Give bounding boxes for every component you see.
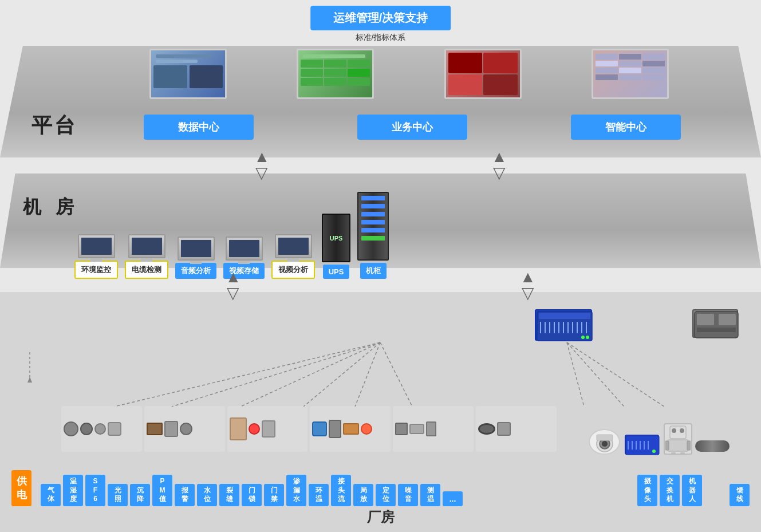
svg-rect-57 bbox=[665, 441, 669, 450]
btn-smart-center[interactable]: 智能中心 bbox=[571, 115, 681, 140]
svg-rect-53 bbox=[670, 426, 686, 439]
svg-rect-58 bbox=[687, 441, 691, 450]
svg-line-15 bbox=[355, 342, 380, 407]
svg-point-43 bbox=[602, 441, 608, 447]
screen-inner-1 bbox=[151, 50, 225, 97]
factory-area: 电力 采集器数据 网络数据 5G bbox=[0, 292, 761, 532]
label-door-access: 门禁 bbox=[264, 484, 284, 506]
svg-rect-38 bbox=[697, 314, 714, 325]
svg-point-52 bbox=[652, 450, 656, 453]
sensor-devices-area bbox=[60, 403, 558, 455]
feeder-icon bbox=[695, 440, 730, 452]
sensor-icon-4c bbox=[343, 423, 359, 435]
computer-icon-cable bbox=[128, 234, 165, 258]
computer-icon-env bbox=[78, 234, 115, 258]
feeder-line-item bbox=[695, 440, 730, 452]
sensor-icon-5c bbox=[426, 421, 436, 436]
sensor-group-4 bbox=[310, 406, 391, 452]
down-arrow-2: ▽ bbox=[493, 165, 506, 181]
svg-line-13 bbox=[240, 342, 380, 407]
label-leak: 渗漏水 bbox=[286, 475, 306, 506]
svg-point-35 bbox=[586, 336, 589, 339]
screenshots-row bbox=[115, 49, 704, 99]
screenshot-1 bbox=[149, 49, 227, 99]
label-crack: 裂缝 bbox=[219, 484, 239, 506]
machine-item-rack: 机柜 bbox=[357, 192, 389, 279]
camera-icon bbox=[589, 429, 620, 455]
up-arrow-2: ▲ bbox=[491, 149, 507, 165]
sensor-group-2 bbox=[144, 406, 225, 452]
screen-inner-4 bbox=[593, 50, 667, 97]
machine-room-label: 机 房 bbox=[23, 195, 78, 220]
up-arrow-3: ▲ bbox=[225, 269, 241, 285]
switch-icon bbox=[625, 435, 659, 455]
btn-data-center[interactable]: 数据中心 bbox=[144, 115, 254, 140]
sensor-icon-4a bbox=[312, 421, 327, 436]
btn-business-center[interactable]: 业务中心 bbox=[357, 115, 467, 140]
up-arrow-1: ▲ bbox=[254, 149, 270, 165]
label-positioning: 定位 bbox=[376, 484, 396, 506]
down-arrow-3: ▽ bbox=[227, 285, 239, 301]
network-switch-device bbox=[535, 309, 592, 341]
sensor-icon-2c bbox=[180, 423, 192, 435]
platform-label: 平台 bbox=[31, 112, 77, 140]
sensor-group-3 bbox=[227, 406, 308, 452]
arrow-1: ▲ ▽ bbox=[254, 149, 270, 181]
sensor-icon-2b bbox=[164, 421, 178, 437]
label-feeder: 馈线 bbox=[730, 484, 750, 506]
arrows-row2: ▲ ▽ ▲ ▽ bbox=[0, 269, 761, 301]
label-camera: 摄像头 bbox=[637, 475, 657, 506]
svg-rect-40 bbox=[697, 328, 736, 332]
label-supply: 供电 bbox=[11, 470, 31, 506]
sensor-icon-2a bbox=[147, 423, 163, 435]
sensor-icon-4d bbox=[361, 423, 372, 435]
label-sf6: SF6 bbox=[85, 475, 105, 506]
svg-line-12 bbox=[172, 342, 380, 407]
label-subsidence: 沉降 bbox=[130, 484, 150, 506]
label-noise: 噪音 bbox=[398, 484, 418, 506]
robot-icon bbox=[664, 423, 692, 455]
label-connector-flow: 接头流 bbox=[331, 475, 351, 506]
svg-line-18 bbox=[567, 342, 624, 407]
label-temp-measure: 测温 bbox=[420, 484, 440, 506]
arrow-2: ▲ ▽ bbox=[491, 149, 507, 181]
svg-line-14 bbox=[303, 342, 380, 407]
svg-rect-59 bbox=[671, 452, 676, 454]
svg-point-54 bbox=[672, 428, 676, 433]
svg-rect-56 bbox=[668, 440, 688, 451]
factory-label: 厂房 bbox=[367, 508, 395, 526]
computer-icon-video-storage bbox=[226, 237, 263, 261]
svg-rect-44 bbox=[597, 435, 613, 440]
sensor-icon-6a bbox=[478, 423, 495, 435]
sensor-icon-5a bbox=[395, 423, 408, 435]
svg-marker-21 bbox=[27, 377, 32, 383]
screenshot-3 bbox=[444, 49, 522, 99]
right-devices bbox=[589, 423, 692, 455]
label-water-level: 水位 bbox=[197, 484, 217, 506]
sensor-icon-4b bbox=[329, 420, 341, 438]
sensor-group-1 bbox=[61, 406, 142, 452]
svg-line-16 bbox=[380, 342, 412, 407]
label-pm: PM值 bbox=[152, 475, 172, 506]
arrow-3: ▲ ▽ bbox=[225, 269, 241, 301]
top-management: 运维管理/决策支持 标准/指标体系 bbox=[310, 6, 451, 43]
screen-inner-2 bbox=[298, 50, 372, 97]
machine-room-items: 环境监控 电缆检测 音频分析 视频存储 视频分析 UPS 机柜 bbox=[74, 192, 732, 279]
label-robot: 机器人 bbox=[682, 475, 702, 506]
label-temp-humid: 温湿度 bbox=[63, 475, 83, 506]
label-ambient-temp: 环温 bbox=[309, 484, 329, 506]
sensor-group-6 bbox=[476, 406, 557, 452]
svg-point-55 bbox=[680, 428, 684, 433]
screenshot-4 bbox=[592, 49, 669, 99]
label-alarm: 报警 bbox=[175, 484, 195, 506]
label-ellipsis: ... bbox=[443, 491, 463, 506]
sensor-labels-row: 供电 气体 温湿度 SF6 光照 沉降 PM值 报警 水位 裂缝 门锁 门禁 渗… bbox=[0, 470, 761, 506]
label-gas: 气体 bbox=[41, 484, 61, 506]
label-light: 光照 bbox=[108, 484, 128, 506]
label-partial-discharge: 局放 bbox=[353, 484, 373, 506]
robot-item bbox=[664, 423, 692, 455]
svg-line-11 bbox=[115, 342, 380, 407]
screen-inner-3 bbox=[446, 50, 520, 97]
switch-item bbox=[625, 435, 659, 455]
computer-icon-video-analysis bbox=[275, 234, 312, 258]
